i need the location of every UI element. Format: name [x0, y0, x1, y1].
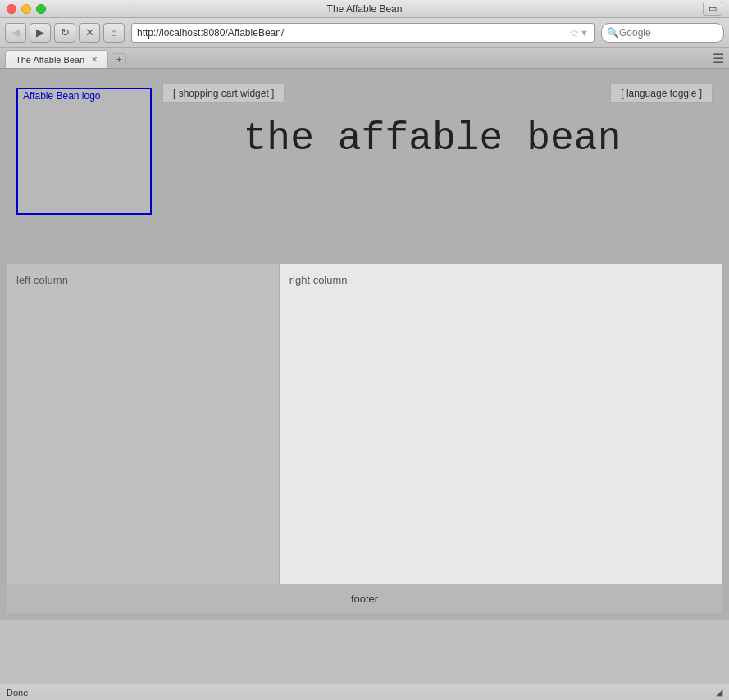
right-column: right column	[279, 264, 722, 584]
traffic-lights[interactable]	[7, 4, 46, 14]
site-footer: footer	[7, 584, 722, 613]
window-resize-button[interactable]: ▭	[703, 2, 722, 16]
status-bar: Done ◢	[0, 684, 729, 700]
home-button[interactable]: ⌂	[103, 23, 125, 43]
search-icon: 🔍	[607, 27, 619, 39]
resize-handle[interactable]: ◢	[716, 687, 722, 698]
tab-label: The Affable Bean	[16, 55, 84, 65]
logo-box: Affable Bean logo	[16, 88, 152, 215]
search-input[interactable]	[619, 27, 709, 39]
close-button[interactable]	[7, 4, 16, 14]
shopping-cart-widget[interactable]: [ shopping cart widget ]	[162, 84, 285, 103]
site-title: the affable bean	[244, 116, 622, 161]
logo-text: Affable Bean logo	[18, 87, 106, 105]
bookmark-icon[interactable]: ☆	[569, 26, 580, 39]
two-column-layout: left column right column	[7, 264, 722, 584]
website: [ shopping cart widget ] [ language togg…	[7, 75, 722, 613]
maximize-button[interactable]	[36, 4, 46, 14]
tab-close-button[interactable]: ✕	[91, 55, 98, 64]
search-container: 🔍	[601, 23, 724, 43]
right-column-label: right column	[289, 274, 348, 286]
browser-toolbar: ◀ ▶ ↻ ✕ ⌂ ☆ ▼ 🔍	[0, 18, 729, 48]
reload-button[interactable]: ↻	[54, 23, 75, 43]
window-title: The Affable Bean	[327, 3, 403, 15]
left-column-label: left column	[16, 274, 68, 286]
dropdown-icon[interactable]: ▼	[580, 28, 589, 38]
page-area: [ shopping cart widget ] [ language togg…	[0, 69, 729, 620]
minimize-button[interactable]	[21, 4, 31, 14]
address-bar-input[interactable]	[137, 27, 566, 39]
new-tab-button[interactable]: +	[112, 53, 126, 66]
forward-button[interactable]: ▶	[30, 23, 51, 43]
back-button[interactable]: ◀	[5, 23, 26, 43]
language-toggle-widget[interactable]: [ language toggle ]	[610, 84, 713, 103]
footer-label: footer	[351, 593, 378, 605]
status-text: Done	[7, 688, 28, 698]
tab-menu-button[interactable]: ☰	[713, 51, 724, 68]
address-bar-container: ☆ ▼	[131, 23, 595, 43]
site-header: [ shopping cart widget ] [ language togg…	[7, 75, 722, 264]
stop-button[interactable]: ✕	[79, 23, 100, 43]
title-bar: The Affable Bean ▭	[0, 0, 729, 18]
left-column: left column	[7, 264, 279, 584]
active-tab[interactable]: The Affable Bean ✕	[5, 50, 108, 68]
tab-bar: The Affable Bean ✕ + ☰	[0, 48, 729, 69]
